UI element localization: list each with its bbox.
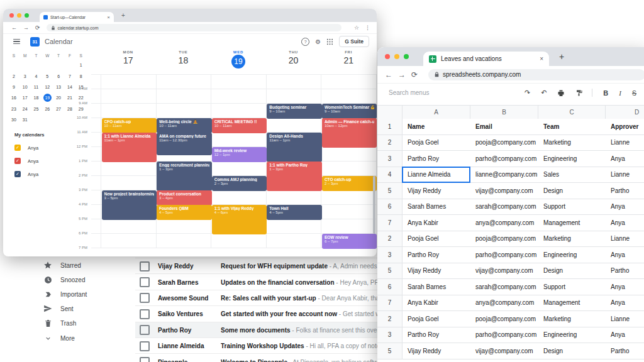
settings-gear-icon[interactable]: ⚙ xyxy=(315,38,321,45)
strikethrough-icon[interactable]: S xyxy=(632,89,636,97)
scrollbar[interactable] xyxy=(373,176,375,234)
spreadsheet-cell[interactable]: Name xyxy=(402,119,475,135)
spreadsheet-cell[interactable]: Lianne xyxy=(606,167,644,184)
spreadsheet-cell[interactable]: Sarah Barnes xyxy=(402,279,475,295)
spreadsheet-cell[interactable]: parho@company.com xyxy=(470,151,543,167)
spreadsheet-cell[interactable]: Design xyxy=(538,343,611,359)
calendar-event[interactable]: Engg recruitment planning1 – 3pm xyxy=(157,162,212,192)
email-row[interactable]: PineappleWelcome to Pineapple - At Pinea… xyxy=(135,353,390,362)
close-window-icon[interactable] xyxy=(9,13,14,18)
spreadsheet-cell[interactable]: Design xyxy=(538,263,611,280)
calendar-event[interactable]: New project brainstorming3 – 5pm xyxy=(102,190,157,221)
sidebar-item-starred[interactable]: Starred xyxy=(43,260,81,271)
date-number[interactable]: 21 xyxy=(321,55,376,65)
minical-date[interactable]: 2 xyxy=(8,74,19,79)
minical-date[interactable]: 13 xyxy=(53,85,64,89)
spreadsheet-cell[interactable]: Marketing xyxy=(538,135,611,151)
paint-format-icon[interactable] xyxy=(575,89,583,97)
main-menu-icon[interactable] xyxy=(13,38,20,46)
italic-icon[interactable]: I xyxy=(619,89,621,97)
spreadsheet-cell[interactable]: anya@company.com xyxy=(470,295,543,312)
browser-tab-calendar[interactable]: Start-up—Calendar × xyxy=(40,12,114,22)
calendar-checkbox[interactable]: ✓ xyxy=(14,145,21,151)
date-number[interactable]: 18 xyxy=(156,55,211,65)
calendar-event[interactable]: Admin — Finance catch-up10am – 12pm xyxy=(322,118,377,148)
spreadsheet-cell[interactable]: Anya xyxy=(606,199,644,216)
minical-date[interactable]: 12 xyxy=(42,85,53,89)
spreadsheet-cell[interactable]: Lianne xyxy=(606,311,644,327)
minical-date[interactable]: 18 xyxy=(31,96,42,100)
calendar-event[interactable]: Well-being circle 🧘10 – 11am xyxy=(157,118,212,134)
minical-date[interactable]: 4 xyxy=(31,74,42,79)
selected-date-circle[interactable]: 19 xyxy=(231,55,245,69)
calendar-event[interactable]: CTO catch-up2 – 3pm xyxy=(322,176,377,192)
calendar-event[interactable]: CRITICAL MEETING !!10 – 11am xyxy=(212,118,267,134)
email-checkbox[interactable] xyxy=(140,277,150,287)
row-header[interactable]: 2 xyxy=(377,231,402,248)
spreadsheet-cell[interactable]: pooja@company.com xyxy=(470,135,543,151)
email-checkbox[interactable] xyxy=(140,261,150,272)
sidebar-item-sent[interactable]: Sent xyxy=(43,303,74,314)
minical-date[interactable]: 9 xyxy=(8,85,19,89)
spreadsheet-cell[interactable]: Pooja Goel xyxy=(402,135,475,151)
maximize-window-icon[interactable] xyxy=(404,54,409,59)
row-header[interactable]: 3 xyxy=(377,151,402,167)
minical-date[interactable]: 26 xyxy=(42,107,53,111)
spreadsheet-cell[interactable]: Anya xyxy=(606,215,644,231)
sidebar-item-trash[interactable]: Trash xyxy=(43,317,76,329)
email-row[interactable]: Saiko VenturesGet started with your free… xyxy=(135,305,390,322)
calendar-event[interactable]: Town Hall4 – 5pm xyxy=(267,205,322,221)
email-checkbox[interactable] xyxy=(140,341,150,351)
minical-date[interactable]: 7 xyxy=(64,74,75,79)
spreadsheet-cell[interactable]: Pooja Goel xyxy=(402,311,475,327)
forward-icon[interactable]: → xyxy=(23,25,29,31)
back-icon[interactable]: ← xyxy=(385,70,392,79)
row-header[interactable]: 6 xyxy=(377,199,402,216)
spreadsheet-cell[interactable]: Lianne xyxy=(606,135,644,151)
row-header[interactable]: 4 xyxy=(377,167,402,184)
calendar-event[interactable]: Founders QBM4 – 5pm xyxy=(157,205,212,221)
date-number[interactable]: 17 xyxy=(101,55,156,65)
spreadsheet-cell[interactable]: Vijay Reddy xyxy=(402,183,475,199)
calendar-event[interactable]: Comms AMJ planning2 – 3pm xyxy=(212,176,267,192)
minical-date[interactable]: 20 xyxy=(53,96,64,100)
email-row[interactable]: Partho RoySome more documents - Folks at… xyxy=(135,322,390,338)
bold-icon[interactable]: B xyxy=(603,89,608,97)
calendar-event[interactable]: 1:1 with Partho Roy1 – 3pm xyxy=(267,162,322,192)
reload-icon[interactable]: ⟳ xyxy=(35,25,40,31)
calendar-event[interactable]: 1:1 with Vijay Reddy4 – 6pm xyxy=(212,205,267,235)
minical-date[interactable]: 1 xyxy=(75,63,87,67)
spreadsheet-cell[interactable]: sarah@company.com xyxy=(470,199,543,216)
spreadsheet-cell[interactable]: pooja@company.com xyxy=(470,311,543,327)
bookmark-icon[interactable]: ☆ xyxy=(354,25,359,31)
row-header[interactable]: 5 xyxy=(377,263,402,280)
minical-date[interactable]: 28 xyxy=(64,107,75,111)
spreadsheet-cell[interactable]: vijay@company.com xyxy=(470,263,543,280)
url-field[interactable]: spreadsheets.company.com xyxy=(428,69,644,80)
spreadsheet-cell[interactable]: Email xyxy=(470,119,543,135)
email-checkbox[interactable] xyxy=(140,357,150,362)
spreadsheet-cell[interactable]: Support xyxy=(538,279,611,295)
my-calendar-item[interactable]: ✓Anya xyxy=(14,145,45,151)
spreadsheet-cell[interactable]: Anya xyxy=(606,327,644,344)
back-icon[interactable]: ← xyxy=(11,25,17,31)
spreadsheet-cell[interactable]: Sarah Barnes xyxy=(402,199,475,216)
calendar-event[interactable]: AMA on company future11am – 12.30pm xyxy=(157,133,212,155)
apps-grid-icon[interactable] xyxy=(326,38,333,45)
minical-date[interactable]: 27 xyxy=(53,107,64,111)
minical-date[interactable]: 16 xyxy=(8,96,19,100)
column-header[interactable]: D xyxy=(606,105,644,119)
spreadsheet-cell[interactable]: Partho Roy xyxy=(402,247,475,263)
minical-date[interactable]: 31 xyxy=(19,118,31,122)
redo-icon[interactable]: ↷ xyxy=(525,89,530,97)
forward-icon[interactable]: → xyxy=(398,70,406,79)
calendar-event[interactable]: Design All-Hands11am – 1pm xyxy=(267,133,322,163)
row-header[interactable]: 3 xyxy=(377,247,402,263)
row-header[interactable]: 5 xyxy=(377,183,402,199)
row-header[interactable]: 6 xyxy=(377,279,402,295)
my-calendar-item[interactable]: ✓Anya xyxy=(14,171,45,177)
url-field[interactable]: calendar.startup.com xyxy=(47,24,341,31)
sidebar-item-important[interactable]: Important xyxy=(43,288,87,300)
new-tab-button[interactable]: + xyxy=(121,12,125,19)
spreadsheet-cell[interactable]: parho@company.com xyxy=(470,247,543,263)
